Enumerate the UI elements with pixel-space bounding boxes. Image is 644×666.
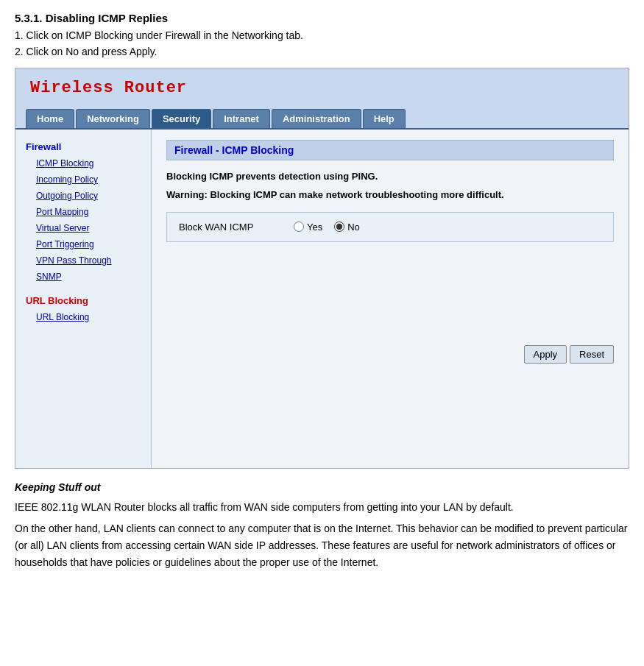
nav-intranet[interactable]: Intranet (213, 109, 270, 128)
radio-no[interactable] (334, 222, 344, 232)
button-row: Apply Reset (166, 345, 614, 364)
content-header: Firewall - ICMP Blocking (166, 140, 614, 160)
instruction-2: 2. Click on No and press Apply. (15, 43, 629, 60)
radio-no-text: No (347, 222, 360, 233)
sidebar-link-snmp[interactable]: SNMP (15, 269, 151, 285)
sidebar-section-url-blocking: URL Blocking (15, 291, 151, 309)
apply-button[interactable]: Apply (524, 345, 567, 364)
sidebar-link-outgoing-policy[interactable]: Outgoing Policy (15, 188, 151, 204)
radio-no-label[interactable]: No (334, 222, 360, 233)
nav-help[interactable]: Help (363, 109, 406, 128)
below-title: Keeping Stuff out (15, 479, 629, 496)
radio-group-icmp: Yes No (294, 222, 360, 233)
router-ui-box: Wireless Router Home Networking Security… (15, 68, 629, 469)
sidebar-link-virtual-server[interactable]: Virtual Server (15, 220, 151, 236)
form-area: Block WAN ICMP Yes No (166, 212, 614, 242)
nav-bar: Home Networking Security Intranet Admini… (15, 104, 629, 128)
radio-yes-text: Yes (307, 222, 322, 233)
below-para2: On the other hand, LAN clients can conne… (15, 520, 629, 571)
sidebar-link-vpn-pass-through[interactable]: VPN Pass Through (15, 252, 151, 269)
page-title: 5.3.1. Disabling ICMP Replies (15, 12, 629, 24)
sidebar-link-port-mapping[interactable]: Port Mapping (15, 204, 151, 220)
sidebar-section-firewall: Firewall (15, 137, 151, 155)
sidebar-link-incoming-policy[interactable]: Incoming Policy (15, 171, 151, 188)
radio-yes-label[interactable]: Yes (294, 222, 322, 233)
block-wan-icmp-row: Block WAN ICMP Yes No (179, 222, 601, 233)
instruction-1: 1. Click on ICMP Blocking under Firewall… (15, 27, 629, 43)
nav-administration[interactable]: Administration (272, 109, 361, 128)
router-header: Wireless Router (15, 68, 629, 104)
main-content: Firewall ICMP Blocking Incoming Policy O… (15, 128, 629, 468)
router-title: Wireless Router (30, 79, 614, 97)
sidebar: Firewall ICMP Blocking Incoming Policy O… (15, 130, 152, 468)
nav-home[interactable]: Home (26, 109, 74, 128)
nav-networking[interactable]: Networking (76, 109, 150, 128)
content-panel: Firewall - ICMP Blocking Blocking ICMP p… (152, 130, 629, 468)
reset-button[interactable]: Reset (570, 345, 614, 364)
content-desc: Blocking ICMP prevents detection using P… (166, 171, 614, 182)
sidebar-link-url-blocking[interactable]: URL Blocking (15, 309, 151, 325)
nav-security[interactable]: Security (152, 109, 211, 128)
content-warning: Warning: Blocking ICMP can make network … (166, 189, 614, 200)
sidebar-link-port-triggering[interactable]: Port Triggering (15, 236, 151, 252)
below-para1: IEEE 802.11g WLAN Router blocks all traf… (15, 499, 629, 516)
instructions: 1. Click on ICMP Blocking under Firewall… (15, 27, 629, 60)
radio-yes[interactable] (294, 222, 304, 232)
form-label-block-wan-icmp: Block WAN ICMP (179, 222, 282, 233)
below-section: Keeping Stuff out IEEE 802.11g WLAN Rout… (15, 479, 629, 571)
sidebar-link-icmp-blocking[interactable]: ICMP Blocking (15, 155, 151, 171)
